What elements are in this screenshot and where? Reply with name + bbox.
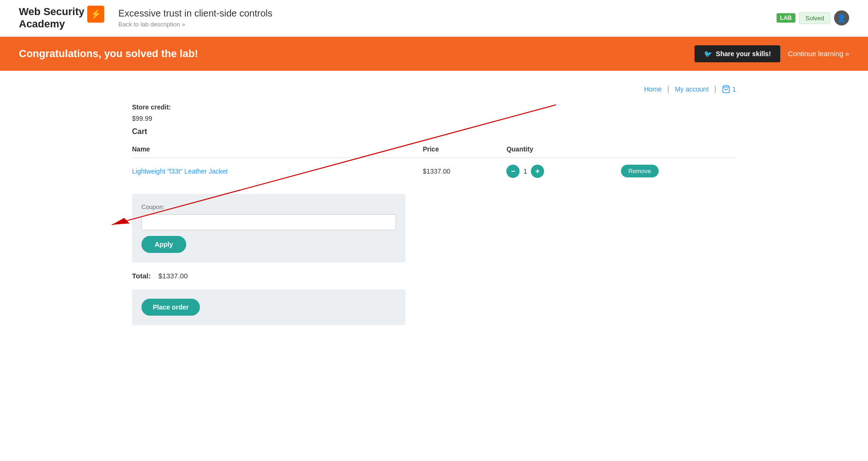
logo-area: Web Security Academy ⚡: [19, 6, 104, 31]
cart-table: Name Price Quantity Lightweight "l33t" L…: [132, 145, 736, 184]
shop-nav: Home | My account | 1: [132, 85, 736, 93]
table-row: Lightweight "l33t" Leather Jacket $1337.…: [132, 158, 736, 184]
lab-title: Excessive trust in client-side controls: [118, 8, 777, 19]
main-content: Home | My account | 1 Store credit: $99.…: [0, 71, 868, 339]
store-credit: Store credit:: [132, 103, 736, 111]
header-right: LAB Solved 👤: [777, 10, 849, 25]
quantity-control: − 1 +: [506, 165, 620, 178]
congrats-banner: Congratulations, you solved the lab! 🐦 S…: [0, 37, 868, 71]
total-value: $1337.00: [158, 272, 188, 280]
share-skills-button[interactable]: 🐦 Share your skills!: [694, 45, 780, 62]
back-to-lab-link[interactable]: Back to lab description »: [118, 21, 185, 28]
congrats-text: Congratulations, you solved the lab!: [19, 48, 198, 60]
col-name: Name: [132, 145, 423, 158]
logo-icon: ⚡: [87, 6, 104, 23]
apply-button[interactable]: Apply: [141, 236, 186, 253]
qty-decrease-button[interactable]: −: [506, 165, 520, 178]
place-order-button[interactable]: Place order: [141, 299, 200, 316]
qty-value: 1: [523, 168, 527, 175]
col-actions: [621, 145, 736, 158]
qty-increase-button[interactable]: +: [531, 165, 544, 178]
cart-icon: [722, 85, 730, 93]
place-order-section: Place order: [132, 289, 405, 325]
lab-badge: LAB: [777, 13, 796, 23]
banner-actions: 🐦 Share your skills! Continue learning »: [694, 45, 849, 62]
my-account-link[interactable]: My account: [675, 85, 709, 93]
cart-icon-area[interactable]: 1: [722, 85, 736, 93]
logo-text: Web Security Academy: [19, 6, 84, 31]
store-credit-value: $99.99: [132, 115, 152, 122]
home-link[interactable]: Home: [644, 85, 661, 93]
product-price: $1337.00: [423, 158, 506, 184]
cart-heading: Cart: [132, 127, 736, 136]
page-header: Web Security Academy ⚡ Excessive trust i…: [0, 0, 868, 37]
nav-separator-1: |: [667, 85, 669, 93]
col-quantity: Quantity: [506, 145, 620, 158]
user-avatar[interactable]: 👤: [834, 10, 849, 25]
coupon-label: Coupon:: [141, 203, 396, 210]
coupon-input[interactable]: [141, 214, 396, 230]
continue-learning-link[interactable]: Continue learning »: [788, 50, 849, 58]
total-row: Total: $1337.00: [132, 272, 736, 280]
coupon-section: Coupon: Apply: [132, 194, 405, 262]
remove-button[interactable]: Remove: [621, 165, 659, 177]
total-label: Total:: [132, 272, 151, 280]
nav-separator-2: |: [714, 85, 716, 93]
lab-title-area: Excessive trust in client-side controls …: [118, 8, 777, 28]
col-price: Price: [423, 145, 506, 158]
solved-badge: Solved: [799, 12, 830, 24]
product-link[interactable]: Lightweight "l33t" Leather Jacket: [132, 168, 228, 175]
